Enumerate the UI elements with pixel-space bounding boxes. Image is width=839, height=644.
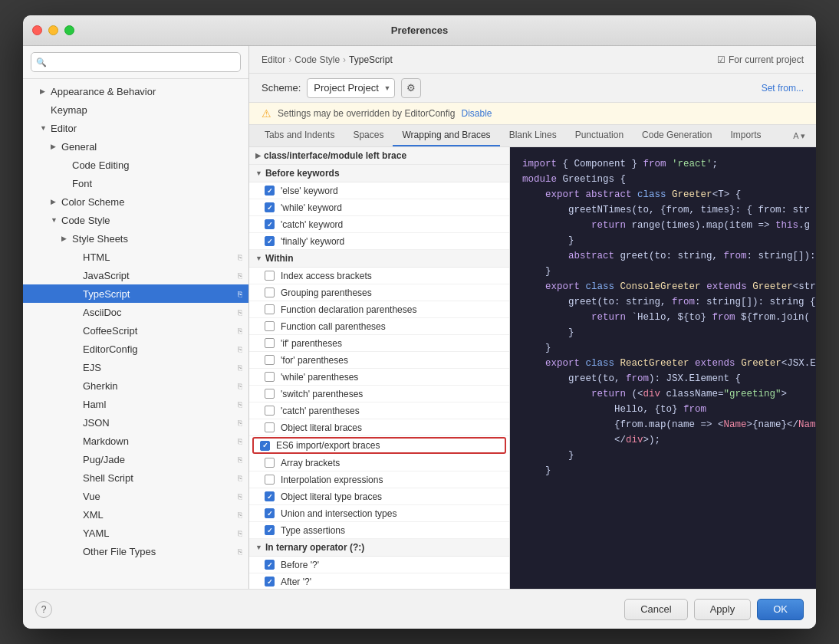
checkbox-index-access[interactable] bbox=[265, 271, 275, 281]
sidebar-item-typescript[interactable]: TypeScript ⎘ bbox=[23, 284, 248, 303]
sidebar-item-label: JavaScript bbox=[83, 270, 236, 281]
sidebar-item-editorconfig[interactable]: EditorConfig ⎘ bbox=[23, 340, 248, 358]
checkbox-grouping[interactable] bbox=[265, 288, 275, 297]
tab-spaces[interactable]: Spaces bbox=[344, 125, 393, 146]
sidebar-item-javascript[interactable]: JavaScript ⎘ bbox=[23, 266, 248, 284]
set-from-link[interactable]: Set from... bbox=[762, 83, 804, 94]
sidebar-item-editor[interactable]: ▼ Editor bbox=[23, 119, 248, 137]
sidebar-item-gherkin[interactable]: Gherkin ⎘ bbox=[23, 376, 248, 395]
checkbox-fn-decl[interactable] bbox=[265, 304, 275, 314]
checkbox-array[interactable] bbox=[265, 458, 275, 468]
sidebar-item-label: Code Style bbox=[61, 215, 242, 226]
gear-button[interactable]: ⚙ bbox=[401, 78, 421, 98]
tab-tabs-and-indents[interactable]: Tabs and Indents bbox=[255, 125, 344, 146]
sidebar-item-coffeescript[interactable]: CoffeeScript ⎘ bbox=[23, 321, 248, 340]
section-class-braces[interactable]: ▶ class/interface/module left brace bbox=[249, 147, 509, 165]
setting-label: Grouping parentheses bbox=[281, 288, 500, 298]
tab-more[interactable]: A ▾ bbox=[788, 125, 810, 146]
setting-label: Union and intersection types bbox=[281, 508, 500, 519]
warning-text: Settings may be overridden by EditorConf… bbox=[278, 108, 455, 119]
sidebar-item-label: Style Sheets bbox=[72, 233, 242, 245]
checkbox-fn-call[interactable] bbox=[265, 321, 275, 331]
sidebar-item-code-editing[interactable]: Code Editing bbox=[23, 156, 248, 174]
ok-button[interactable]: OK bbox=[757, 599, 804, 620]
sidebar-item-general[interactable]: ▶ General bbox=[23, 137, 248, 156]
sidebar-item-style-sheets[interactable]: ▶ Style Sheets bbox=[23, 229, 248, 248]
setting-grouping-parens: Grouping parentheses bbox=[249, 284, 509, 301]
sidebar-item-yaml[interactable]: YAML ⎘ bbox=[23, 524, 248, 542]
checkbox-while[interactable] bbox=[265, 202, 275, 212]
tab-wrapping-and-braces[interactable]: Wrapping and Braces bbox=[393, 125, 499, 146]
scheme-select[interactable]: Project Project bbox=[307, 78, 395, 98]
section-within[interactable]: ▼ Within bbox=[249, 250, 509, 268]
checkbox-obj-type[interactable] bbox=[265, 491, 275, 501]
scheme-select-wrapper: Project Project ▼ bbox=[307, 78, 395, 98]
checkbox-es6-import[interactable] bbox=[260, 441, 270, 451]
help-button[interactable]: ? bbox=[35, 601, 52, 618]
setting-before-question: Before '?' bbox=[249, 557, 509, 573]
minimize-button[interactable] bbox=[48, 25, 58, 35]
checkbox-else[interactable] bbox=[265, 186, 275, 196]
setting-label: 'if' parentheses bbox=[281, 338, 500, 349]
checkbox-switch[interactable] bbox=[265, 389, 275, 399]
sidebar-item-vue[interactable]: Vue ⎘ bbox=[23, 487, 248, 505]
setting-type-assertions: Type assertions bbox=[249, 522, 509, 539]
maximize-button[interactable] bbox=[64, 25, 74, 35]
sidebar-item-appearance[interactable]: ▶ Appearance & Behavior bbox=[23, 82, 248, 100]
sidebar-item-other-file-types[interactable]: Other File Types ⎘ bbox=[23, 542, 248, 560]
section-ternary[interactable]: ▼ In ternary operator (?:) bbox=[249, 539, 509, 557]
search-input[interactable] bbox=[31, 52, 241, 72]
checkbox-catch[interactable] bbox=[265, 219, 275, 229]
sidebar-item-asciidoc[interactable]: AsciiDoc ⎘ bbox=[23, 303, 248, 321]
sidebar-item-label: HTML bbox=[83, 251, 236, 263]
tab-punctuation[interactable]: Punctuation bbox=[566, 125, 633, 146]
code-line: return range(times).map(item => this.g bbox=[522, 218, 804, 233]
sidebar-item-xml[interactable]: XML ⎘ bbox=[23, 505, 248, 524]
expand-icon: ▶ bbox=[61, 235, 72, 242]
checkbox-union[interactable] bbox=[265, 508, 275, 518]
setting-catch-parens: 'catch' parentheses bbox=[249, 402, 509, 419]
sidebar-item-label: TypeScript bbox=[83, 288, 236, 300]
checkbox-while-parens[interactable] bbox=[265, 372, 275, 382]
checkbox-finally[interactable] bbox=[265, 236, 275, 246]
sidebar-item-keymap[interactable]: Keymap bbox=[23, 100, 248, 119]
checkbox-obj-braces[interactable] bbox=[265, 422, 275, 432]
tab-blank-lines[interactable]: Blank Lines bbox=[500, 125, 566, 146]
sidebar-item-pug-jade[interactable]: Pug/Jade ⎘ bbox=[23, 450, 248, 468]
code-line: Hello, {to} from bbox=[522, 402, 804, 417]
sidebar-item-label: Markdown bbox=[83, 435, 236, 447]
checkbox-for[interactable] bbox=[265, 355, 275, 365]
checkbox-before-q[interactable] bbox=[265, 560, 275, 570]
sidebar-item-shell-script[interactable]: Shell Script ⎘ bbox=[23, 468, 248, 487]
breadcrumb-typescript: TypeScript bbox=[349, 54, 393, 65]
checkbox-interpolation[interactable] bbox=[265, 475, 275, 485]
disable-link[interactable]: Disable bbox=[461, 108, 492, 119]
sidebar-item-label: AsciiDoc bbox=[83, 307, 236, 318]
sidebar-item-code-style[interactable]: ▼ Code Style bbox=[23, 211, 248, 229]
setting-else-keyword: 'else' keyword bbox=[249, 182, 509, 199]
checkbox-catch-parens[interactable] bbox=[265, 406, 275, 416]
section-before-keywords[interactable]: ▼ Before keywords bbox=[249, 165, 509, 182]
tab-code-generation[interactable]: Code Generation bbox=[633, 125, 721, 146]
code-line: } bbox=[522, 264, 804, 279]
search-bar: 🔍 bbox=[23, 46, 248, 79]
tab-imports[interactable]: Imports bbox=[721, 125, 770, 146]
checkbox-if[interactable] bbox=[265, 338, 275, 348]
sidebar-item-haml[interactable]: Haml ⎘ bbox=[23, 395, 248, 413]
checkbox-type-assertions[interactable] bbox=[265, 525, 275, 535]
setting-label: 'for' parentheses bbox=[281, 355, 500, 366]
tabs-panel: Tabs and Indents Spaces Wrapping and Bra… bbox=[249, 125, 816, 589]
sidebar-item-color-scheme[interactable]: ▶ Color Scheme bbox=[23, 192, 248, 211]
sidebar-item-ejs[interactable]: EJS ⎘ bbox=[23, 358, 248, 376]
code-line: export class ReactGreeter extends Greete… bbox=[522, 356, 804, 371]
scheme-label: Scheme: bbox=[262, 82, 301, 94]
close-button[interactable] bbox=[32, 25, 42, 35]
sidebar-item-markdown[interactable]: Markdown ⎘ bbox=[23, 432, 248, 450]
sidebar-item-font[interactable]: Font bbox=[23, 174, 248, 192]
sidebar-item-json[interactable]: JSON ⎘ bbox=[23, 413, 248, 432]
code-line: } bbox=[522, 448, 804, 463]
sidebar-item-html[interactable]: HTML ⎘ bbox=[23, 248, 248, 266]
apply-button[interactable]: Apply bbox=[694, 599, 752, 620]
cancel-button[interactable]: Cancel bbox=[624, 599, 687, 620]
checkbox-after-q[interactable] bbox=[265, 577, 275, 586]
